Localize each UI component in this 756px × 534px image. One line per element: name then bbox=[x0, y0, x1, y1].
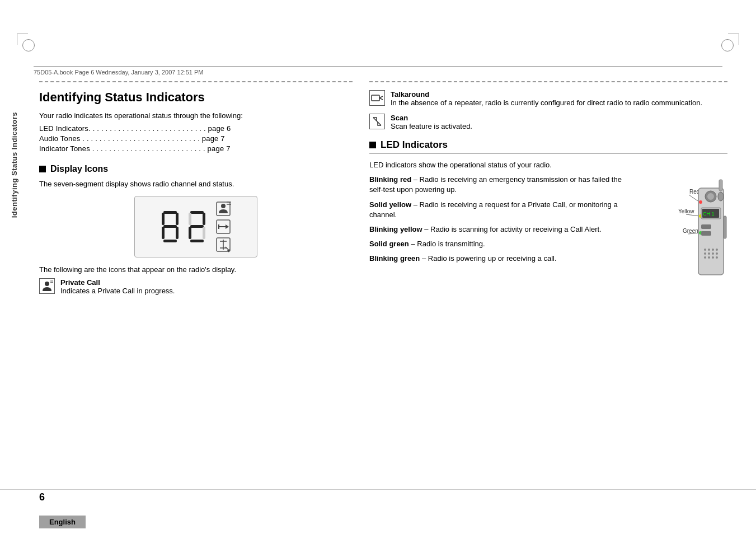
svg-rect-7 bbox=[190, 211, 204, 214]
private-call-text: Private Call Indicates a Private Call in… bbox=[60, 278, 353, 295]
led-term-2: Blinking yellow bbox=[369, 225, 422, 233]
black-square-icon bbox=[39, 166, 46, 172]
svg-point-47 bbox=[716, 249, 718, 251]
toc-label-2: Indicator Tones . . . . . . . . . . . . … bbox=[39, 144, 205, 153]
svg-point-15 bbox=[221, 204, 226, 208]
led-text-2: Radio is scanning for activity or receiv… bbox=[430, 225, 602, 233]
svg-rect-1 bbox=[162, 213, 165, 225]
private-call-desc: Indicates a Private Call in progress. bbox=[60, 287, 353, 295]
svg-line-23 bbox=[226, 247, 229, 250]
svg-rect-56 bbox=[701, 224, 711, 229]
svg-point-50 bbox=[712, 252, 714, 255]
led-item-4: Blinking green – Radio is powering up or… bbox=[369, 254, 630, 264]
page-number: 6 bbox=[39, 491, 45, 503]
led-sep-4: – bbox=[422, 254, 428, 263]
led-text-4: Radio is powering up or receiving a call… bbox=[428, 254, 557, 263]
led-sep-2: – bbox=[424, 225, 430, 233]
led-title: LED Indicators bbox=[381, 139, 448, 151]
toc-page-2: page 7 bbox=[208, 144, 231, 153]
led-sep-0: – bbox=[414, 175, 420, 184]
toc-page-0: page 6 bbox=[208, 124, 231, 133]
svg-rect-8 bbox=[189, 213, 191, 225]
circle-tl bbox=[22, 39, 35, 51]
talkaround-desc: In the absence of a repeater, radio is c… bbox=[391, 99, 727, 107]
svg-marker-20 bbox=[226, 224, 229, 229]
display-section-desc: The seven-segment display shows radio ch… bbox=[39, 180, 353, 188]
svg-rect-6 bbox=[163, 240, 177, 242]
toc-label-0: LED Indicators. . . . . . . . . . . . . … bbox=[39, 124, 206, 133]
scan-row: Scan Scan feature is activated. bbox=[369, 114, 727, 130]
svg-line-29 bbox=[379, 96, 383, 98]
right-column: Talkaround In the absence of a repeater,… bbox=[369, 81, 727, 279]
left-column: Identifying Status Indicators Your radio… bbox=[39, 81, 353, 302]
led-item-2: Blinking yellow – Radio is scanning for … bbox=[369, 224, 630, 235]
svg-point-41 bbox=[699, 200, 702, 204]
svg-point-51 bbox=[716, 252, 718, 255]
radio-svg: Red Yellow Green bbox=[638, 160, 727, 278]
toc-page-1: page 7 bbox=[202, 134, 225, 143]
led-term-1: Solid yellow bbox=[369, 200, 411, 209]
svg-point-49 bbox=[708, 252, 710, 255]
scan-text: Scan Scan feature is activated. bbox=[391, 114, 727, 130]
svg-line-34 bbox=[689, 195, 699, 202]
led-section: LED Indicators LED indicators show the o… bbox=[369, 139, 727, 279]
led-term-3: Solid green bbox=[369, 240, 409, 248]
toc-label-1: Audio Tones . . . . . . . . . . . . . . … bbox=[39, 134, 200, 143]
toc-line-1: Audio Tones . . . . . . . . . . . . . . … bbox=[39, 134, 353, 143]
svg-rect-10 bbox=[190, 225, 204, 228]
sidebar-label: Identifying Status Indicators bbox=[10, 112, 18, 218]
svg-rect-2 bbox=[176, 213, 179, 225]
display-icon-scan bbox=[215, 237, 231, 252]
circle-tr bbox=[721, 39, 734, 51]
seg-display bbox=[161, 210, 209, 243]
svg-rect-28 bbox=[372, 95, 379, 101]
led-intro: LED indicators show the operational stat… bbox=[369, 160, 630, 170]
following-text: The following are the icons that appear … bbox=[39, 265, 353, 274]
page-container: 75D05-A.book Page 6 Wednesday, January 3… bbox=[0, 0, 756, 534]
svg-line-35 bbox=[686, 214, 699, 216]
svg-rect-12 bbox=[203, 227, 205, 239]
svg-point-39 bbox=[707, 193, 714, 200]
intro-text: Your radio indicates its operational sta… bbox=[39, 111, 353, 120]
led-item-3: Solid green – Radio is transmitting. bbox=[369, 239, 630, 249]
svg-rect-4 bbox=[162, 227, 165, 239]
svg-point-52 bbox=[704, 256, 706, 259]
svg-rect-58 bbox=[719, 180, 722, 191]
svg-rect-9 bbox=[203, 213, 205, 225]
dotted-divider-left bbox=[39, 81, 353, 82]
talkaround-row: Talkaround In the absence of a repeater,… bbox=[369, 90, 727, 107]
scan-desc: Scan feature is activated. bbox=[391, 122, 727, 130]
svg-point-48 bbox=[704, 252, 706, 255]
radio-image: Red Yellow Green bbox=[638, 160, 727, 279]
svg-line-30 bbox=[379, 98, 383, 100]
scan-icon bbox=[369, 114, 385, 129]
svg-text:Yellow: Yellow bbox=[678, 208, 694, 214]
svg-text:CH 1: CH 1 bbox=[703, 211, 715, 217]
header-text: 75D05-A.book Page 6 Wednesday, January 3… bbox=[34, 69, 204, 76]
led-heading: LED Indicators bbox=[369, 139, 727, 151]
bottom-bar: 6 English bbox=[0, 489, 756, 534]
svg-point-45 bbox=[708, 249, 710, 251]
svg-point-25 bbox=[45, 282, 49, 286]
svg-rect-5 bbox=[176, 227, 179, 239]
led-item-1: Solid yellow – Radio is receiving a requ… bbox=[369, 200, 630, 220]
private-call-row: Private Call Indicates a Private Call in… bbox=[39, 278, 353, 295]
talkaround-text: Talkaround In the absence of a repeater,… bbox=[391, 90, 727, 107]
toc-line-2: Indicator Tones . . . . . . . . . . . . … bbox=[39, 144, 353, 153]
main-title: Identifying Status Indicators bbox=[39, 90, 353, 105]
svg-rect-3 bbox=[163, 225, 177, 228]
scan-title: Scan bbox=[391, 114, 727, 122]
talkaround-title: Talkaround bbox=[391, 90, 727, 99]
seg-digit-2 bbox=[187, 210, 209, 243]
svg-point-44 bbox=[704, 249, 706, 251]
led-black-square bbox=[369, 142, 376, 148]
led-sep-3: – bbox=[411, 240, 417, 248]
talkaround-icon bbox=[369, 90, 385, 106]
private-call-title: Private Call bbox=[60, 278, 353, 287]
svg-rect-13 bbox=[190, 240, 204, 242]
svg-rect-11 bbox=[189, 227, 191, 239]
led-term-4: Blinking green bbox=[369, 254, 420, 263]
svg-point-55 bbox=[716, 256, 718, 259]
led-item-0: Blinking red – Radio is receiving an eme… bbox=[369, 175, 630, 195]
display-box bbox=[134, 196, 257, 257]
